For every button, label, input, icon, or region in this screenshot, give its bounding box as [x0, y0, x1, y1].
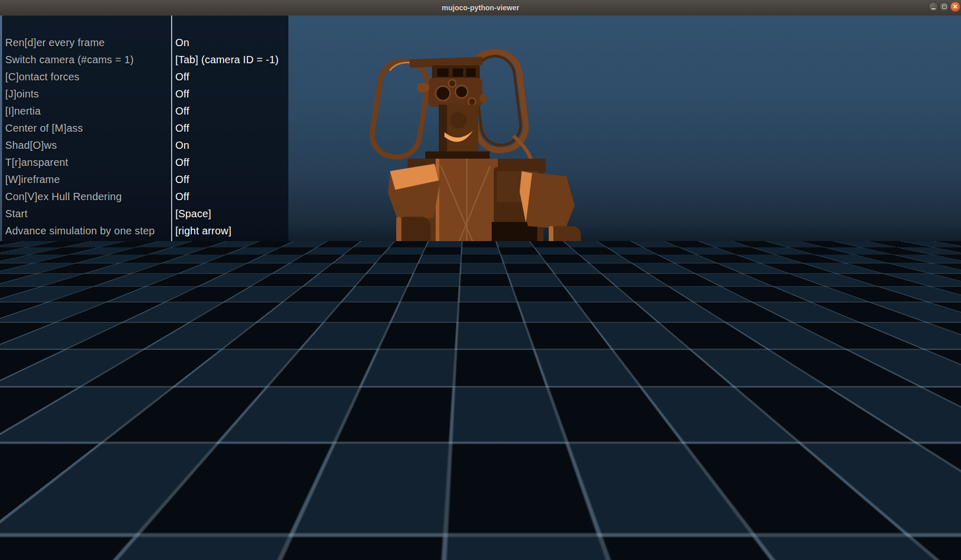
- mujoco-viewer-window: Ren[d]er every frameOn Switch camera (#c…: [0, 0, 961, 560]
- menu-label: Center of [M]ass: [5, 120, 83, 137]
- menu-value: [right arrow]: [175, 222, 231, 240]
- menu-row: Switch camera (#cams = 1)[Tab] (camera I…: [2, 51, 288, 68]
- menu-value: [Tab] (camera ID = -1): [175, 51, 278, 68]
- menu-value: Off: [175, 154, 189, 171]
- menu-row: Center of [M]assOff: [2, 120, 288, 137]
- title-bar: mujoco-python-viewer ✕: [0, 0, 961, 16]
- menu-label: T[r]ansparent: [5, 154, 68, 171]
- menu-label: Ren[d]er every frame: [5, 34, 105, 51]
- menu-label: Referenc[e] frames: [5, 257, 95, 274]
- menu-label: Toggle geomgroup visibility (0-5): [5, 240, 158, 257]
- menu-value: On: [175, 137, 189, 154]
- window-title: mujoco-python-viewer: [0, 0, 961, 16]
- minimize-button[interactable]: [928, 2, 939, 12]
- menu-value: Off: [175, 120, 189, 137]
- menu-label: Shad[O]ws: [5, 137, 57, 154]
- stats-label: Solver iterations: [5, 490, 81, 507]
- menu-value: Off: [175, 188, 189, 205]
- close-button[interactable]: ✕: [950, 2, 960, 12]
- maximize-icon: [942, 5, 946, 9]
- menu-label: [W]ireframe: [5, 171, 60, 188]
- menu-value: Off: [175, 68, 189, 86]
- floor-far-edge: [0, 550, 961, 560]
- menu-row: Ren[d]er every frameOn: [2, 34, 288, 51]
- menu-label: [J]oints: [5, 86, 39, 103]
- menu-label: Start: [5, 205, 27, 222]
- menu-row: [W]ireframeOff: [2, 171, 288, 188]
- menu-row: Shad[O]wsOn: [2, 137, 288, 154]
- stats-label: Step: [5, 507, 27, 524]
- menu-row: [H]ide Menus: [2, 274, 288, 291]
- menu-row: Con[V]ex Hull RenderingOff: [2, 188, 288, 205]
- menu-row: Referenc[e] framesmjFRAME_NONE: [2, 257, 288, 274]
- stats-value: 0,00250: [93, 524, 132, 541]
- menu-row: Cap[t]ure frame: [2, 291, 288, 308]
- menu-label: [I]nertia: [5, 103, 41, 120]
- stats-row: timestep0,00250: [2, 524, 136, 541]
- stats-panel: FPS61 Solver iterations2 Step220 timeste…: [2, 472, 136, 560]
- menu-value: Off: [175, 171, 189, 188]
- stats-value: 61: [93, 473, 105, 490]
- stats-row: Solver iterations2: [2, 490, 136, 507]
- menu-label: Advance simulation by one step: [5, 222, 155, 240]
- menu-label: [H]ide Menus: [5, 274, 67, 291]
- stats-label: FPS: [5, 473, 26, 490]
- close-icon: ✕: [953, 3, 958, 10]
- maximize-button[interactable]: [939, 2, 950, 12]
- menu-row: T[r]ansparentOff: [2, 154, 288, 171]
- menu-value: On: [175, 34, 189, 51]
- menu-label: Switch camera (#cams = 1): [5, 51, 134, 68]
- menu-row: [C]ontact forcesOff: [2, 68, 288, 86]
- stats-row: Step220: [2, 507, 136, 524]
- menu-label: Cap[t]ure frame: [5, 291, 79, 308]
- menu-label: Con[V]ex Hull Rendering: [5, 188, 122, 205]
- menu-row: [J]ointsOff: [2, 86, 288, 103]
- shortcut-menu-panel: Ren[d]er every frameOn Switch camera (#c…: [2, 16, 288, 323]
- menu-row: Toggle geomgroup visibility (0-5)On,On,O…: [2, 240, 288, 257]
- menu-value: Off: [175, 86, 189, 103]
- menu-row: [I]nertiaOff: [2, 103, 288, 120]
- menu-value: On,On,On,Off,Off,Off: [175, 240, 274, 257]
- stats-label: timestep: [5, 524, 45, 541]
- menu-label: [C]ontact forces: [5, 68, 79, 86]
- menu-value: Off: [175, 103, 189, 120]
- stats-row: FPS61: [2, 473, 136, 490]
- minimize-icon: [931, 8, 936, 9]
- menu-row: Start[Space]: [2, 205, 288, 222]
- menu-value: mjFRAME_NONE: [175, 257, 259, 274]
- stats-value: 2: [93, 490, 99, 507]
- stats-value: 220: [93, 507, 111, 524]
- menu-value: [Space]: [175, 205, 211, 222]
- menu-row: Advance simulation by one step[right arr…: [2, 222, 288, 240]
